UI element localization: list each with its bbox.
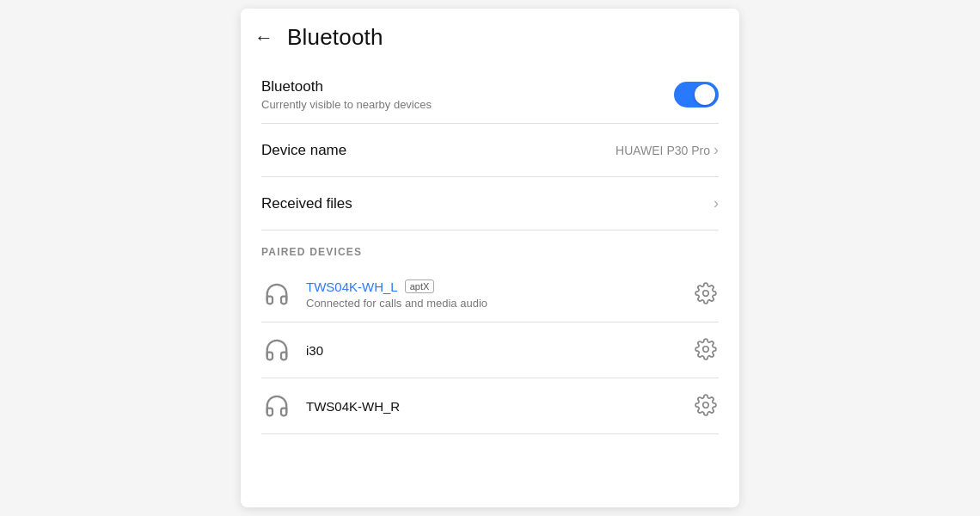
device-name-row-1: i30 [306,343,681,358]
bluetooth-toggle-text: Bluetooth Currently visible to nearby de… [261,78,432,111]
gear-icon-2[interactable] [695,394,719,418]
toggle-thumb [695,84,715,105]
headphone-icon-0 [261,279,292,310]
aptx-badge: aptX [405,280,435,293]
device-name-left: Device name [261,142,346,159]
back-button[interactable]: ← [254,28,273,47]
gear-icon-0[interactable] [695,282,719,306]
svg-point-1 [703,347,709,353]
device-name-text-0: TWS04K-WH_L [306,280,398,294]
svg-point-2 [703,402,709,408]
device-name-text-1: i30 [306,343,323,358]
device-name-label: Device name [261,142,346,159]
chevron-right-icon: › [714,141,719,159]
bluetooth-toggle-row[interactable]: Bluetooth Currently visible to nearby de… [261,63,719,124]
device-info-1: i30 [306,343,681,358]
headphone-icon-1 [261,335,292,366]
device-row-0[interactable]: TWS04K-WH_L aptX Connected for calls and… [261,267,719,322]
device-name-row-2: TWS04K-WH_R [306,399,681,414]
received-files-row[interactable]: Received files › [261,177,719,230]
device-row-1[interactable]: i30 [261,322,719,378]
device-name-row-0: TWS04K-WH_L aptX [306,280,681,294]
device-status-0: Connected for calls and media audio [306,297,681,310]
bluetooth-label: Bluetooth [261,78,432,95]
settings-section: Bluetooth Currently visible to nearby de… [241,63,739,434]
phone-container: ← Bluetooth Bluetooth Currently visible … [241,9,739,507]
bluetooth-subtitle: Currently visible to nearby devices [261,98,432,111]
svg-point-0 [703,291,709,297]
bluetooth-toggle[interactable] [674,82,719,108]
device-name-row[interactable]: Device name HUAWEI P30 Pro › [261,124,719,177]
gear-icon-1[interactable] [695,338,719,362]
device-name-value: HUAWEI P30 Pro [616,144,710,157]
device-row-2[interactable]: TWS04K-WH_R [261,378,719,434]
paired-devices-section-label: PAIRED DEVICES [261,230,719,267]
device-info-0: TWS04K-WH_L aptX Connected for calls and… [306,280,681,310]
header: ← Bluetooth [241,9,739,63]
received-files-label: Received files [261,195,352,212]
content-area: Bluetooth Currently visible to nearby de… [241,63,739,507]
device-name-text-2: TWS04K-WH_R [306,399,400,414]
device-info-2: TWS04K-WH_R [306,399,681,414]
received-files-chevron-icon: › [714,194,719,212]
device-name-value-area: HUAWEI P30 Pro › [616,141,719,159]
headphone-icon-2 [261,390,292,421]
page-title: Bluetooth [287,24,383,51]
received-files-left: Received files [261,195,352,212]
